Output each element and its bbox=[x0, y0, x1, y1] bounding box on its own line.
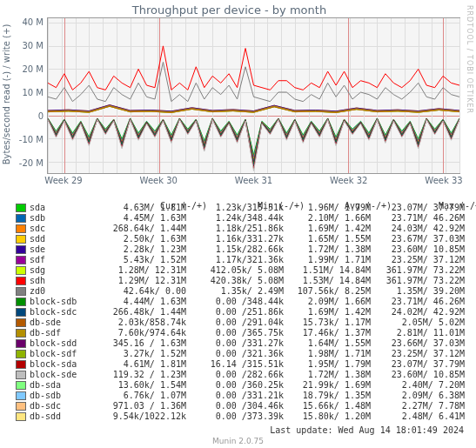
legend-series-name: sda bbox=[30, 203, 91, 213]
legend-min: 0.00 /304.46k bbox=[186, 401, 284, 411]
chart-frame: Throughput per device - by month RRDTOOL… bbox=[0, 0, 476, 448]
legend-cur: 6.76k/ 1.07M bbox=[91, 391, 186, 401]
legend-avg: 1.95M/ 1.79M bbox=[284, 359, 371, 370]
legend-swatch bbox=[16, 214, 26, 223]
legend-cur: 1.29M/ 12.31M bbox=[91, 276, 186, 286]
legend-series-name: block-sdb bbox=[30, 297, 91, 307]
legend-cur: 7.60k/974.64k bbox=[91, 328, 186, 338]
legend-avg: 17.46k/ 1.37M bbox=[284, 328, 371, 338]
legend-cur: 2.50k/ 1.63M bbox=[91, 234, 186, 244]
legend-cur: 4.44M/ 1.63M bbox=[91, 297, 186, 307]
legend-series-name: db-sdf bbox=[30, 328, 91, 338]
legend-max: 2.48M/ 6.41M bbox=[371, 411, 465, 422]
legend-avg: 1.98M/ 1.71M bbox=[284, 349, 371, 359]
legend-cur: 5.43k/ 1.52M bbox=[91, 255, 186, 265]
legend-min: 0.00 /291.04k bbox=[186, 318, 284, 328]
legend-min: 1.35k/ 2.49M bbox=[186, 286, 284, 297]
legend-row: block-sdc266.48k/ 1.44M0.00 /251.86k1.69… bbox=[16, 307, 467, 318]
legend-row: sdb4.45M/ 1.63M1.24k/348.44k2.10M/ 1.66M… bbox=[16, 213, 467, 224]
last-update: Last update: Wed Aug 14 18:01:49 2024 bbox=[270, 425, 464, 435]
y-tick: 30 M bbox=[22, 41, 44, 50]
legend-min: 0.00 /282.66k bbox=[186, 370, 284, 380]
legend-row: sdg1.28M/ 12.31M412.05k/ 5.08M1.51M/ 14.… bbox=[16, 265, 467, 276]
generator-footer: Munin 2.0.75 bbox=[0, 437, 476, 445]
legend-row: block-sdf3.27k/ 1.52M0.00 /321.36k1.98M/… bbox=[16, 349, 467, 359]
legend-avg: 1.51M/ 14.84M bbox=[284, 265, 371, 276]
legend-series-name: sdf bbox=[30, 255, 91, 265]
legend-max: 23.07M/ 37.79M bbox=[371, 359, 465, 370]
legend-cur: 266.48k/ 1.44M bbox=[91, 307, 186, 318]
legend-swatch bbox=[16, 402, 26, 411]
legend-row: db-sde2.03k/858.74k0.00 /291.04k15.73k/ … bbox=[16, 318, 467, 328]
legend-avg: 15.80k/ 1.20M bbox=[284, 411, 371, 422]
legend-series-name: sdg bbox=[30, 265, 91, 276]
legend-min: 1.23k/315.51k bbox=[186, 203, 284, 213]
legend-series-name: block-sde bbox=[30, 370, 91, 380]
legend-cur: 4.63M/ 1.81M bbox=[91, 203, 186, 213]
legend-series-name: db-sdd bbox=[30, 411, 91, 422]
legend-min: 0.00 /331.21k bbox=[186, 391, 284, 401]
legend-swatch bbox=[16, 339, 26, 348]
legend-row: block-sde119.32 / 1.23M0.00 /282.66k1.72… bbox=[16, 370, 467, 380]
y-axis-label: Bytes/second read (-) / write (+) bbox=[2, 17, 12, 171]
legend-max: 2.40M/ 7.20M bbox=[371, 380, 465, 391]
legend-swatch bbox=[16, 360, 26, 369]
legend-cur: 971.03 / 1.36M bbox=[91, 401, 186, 411]
legend-row: db-sda13.60k/ 1.54M0.00 /360.25k21.99k/ … bbox=[16, 380, 467, 391]
legend-max: 2.05M/ 5.02M bbox=[371, 318, 465, 328]
legend-min: 1.24k/348.44k bbox=[186, 213, 284, 224]
y-tick: 10 M bbox=[22, 87, 44, 97]
legend-swatch bbox=[16, 308, 26, 317]
legend-min: 1.15k/282.66k bbox=[186, 244, 284, 255]
x-tick: Week 30 bbox=[140, 176, 178, 185]
legend-swatch bbox=[16, 245, 26, 254]
legend-cur: 42.64k/ 0.00 bbox=[91, 286, 186, 297]
legend-avg: 107.56k/ 8.25M bbox=[284, 286, 371, 297]
legend-min: 0.00 /251.86k bbox=[186, 307, 284, 318]
legend-series-name: sdd bbox=[30, 234, 91, 244]
legend-min: 0.00 /331.27k bbox=[186, 338, 284, 349]
legend: sda4.63M/ 1.81M1.23k/315.51k1.96M/ 1.79M… bbox=[16, 203, 467, 422]
legend-min: 420.38k/ 5.08M bbox=[186, 276, 284, 286]
legend-max: 1.35M/ 39.20M bbox=[371, 286, 465, 297]
legend-max: 23.60M/ 10.85M bbox=[371, 244, 465, 255]
legend-cur: 268.64k/ 1.44M bbox=[91, 224, 186, 234]
rrdtool-watermark: RRDTOOL / TOBI OETIKER bbox=[466, 5, 473, 114]
legend-avg: 2.09M/ 1.66M bbox=[284, 297, 371, 307]
legend-avg: 1.69M/ 1.42M bbox=[284, 307, 371, 318]
legend-avg: 2.10M/ 1.66M bbox=[284, 213, 371, 224]
legend-max: 23.25M/ 37.12M bbox=[371, 255, 465, 265]
x-tick: Week 31 bbox=[235, 176, 272, 185]
legend-swatch bbox=[16, 391, 26, 400]
legend-cur: 13.60k/ 1.54M bbox=[91, 380, 186, 391]
legend-swatch bbox=[16, 350, 26, 358]
plot-area bbox=[47, 17, 460, 174]
legend-swatch bbox=[16, 204, 26, 212]
x-tick: Week 33 bbox=[425, 176, 462, 185]
legend-avg: 1.72M/ 1.38M bbox=[284, 244, 371, 255]
legend-cur: 1.28M/ 12.31M bbox=[91, 265, 186, 276]
legend-min: 0.00 /321.36k bbox=[186, 349, 284, 359]
y-tick: 0 bbox=[38, 110, 44, 120]
legend-max: 24.03M/ 42.92M bbox=[371, 224, 465, 234]
y-axis-ticks: -20 M-10 M010 M20 M30 M40 M bbox=[16, 17, 45, 174]
legend-max: 361.97M/ 73.22M bbox=[371, 265, 465, 276]
legend-swatch bbox=[16, 287, 26, 296]
y-tick: -20 M bbox=[19, 157, 44, 167]
legend-max: 23.07M/ 37.79M bbox=[371, 203, 465, 213]
x-tick: Week 32 bbox=[330, 176, 367, 185]
x-axis-ticks: Week 29Week 30Week 31Week 32Week 33 bbox=[47, 176, 460, 188]
legend-cur: 2.28k/ 1.23M bbox=[91, 244, 186, 255]
legend-avg: 21.99k/ 1.69M bbox=[284, 380, 371, 391]
legend-max: 23.71M/ 46.26M bbox=[371, 213, 465, 224]
legend-max: 23.67M/ 37.03M bbox=[371, 234, 465, 244]
legend-cur: 3.27k/ 1.52M bbox=[91, 349, 186, 359]
legend-series-name: sde bbox=[30, 244, 91, 255]
chart-lines bbox=[48, 18, 459, 173]
legend-row: db-sdd9.54k/1022.12k0.00 /373.39k15.80k/… bbox=[16, 411, 467, 422]
legend-row: sdh1.29M/ 12.31M420.38k/ 5.08M1.53M/ 14.… bbox=[16, 276, 467, 286]
legend-min: 412.05k/ 5.08M bbox=[186, 265, 284, 276]
legend-min: 16.14 /315.51k bbox=[186, 359, 284, 370]
legend-min: 1.17k/321.36k bbox=[186, 255, 284, 265]
legend-row: db-sdb6.76k/ 1.07M0.00 /331.21k18.79k/ 1… bbox=[16, 391, 467, 401]
